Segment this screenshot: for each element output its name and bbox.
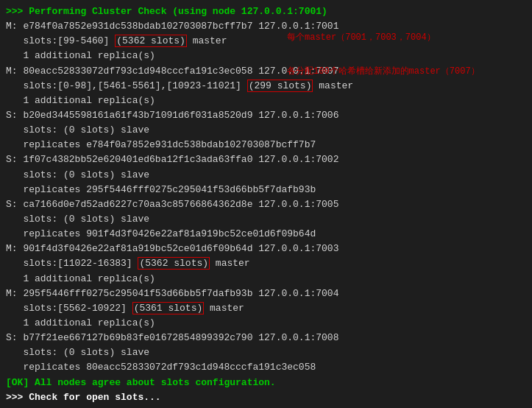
line-20: M: 295f5446fff0275c295041f53d66bb5f7dafb… xyxy=(6,286,526,301)
line-6-post: master xyxy=(313,80,353,91)
line-17: M: 901f4d3f0426e22af81a919bc52ce01d6f09b… xyxy=(6,242,526,256)
terminal: >>> Performing Cluster Check (using node… xyxy=(0,0,532,408)
line-header: >>> Performing Cluster Check (using node… xyxy=(6,4,526,19)
line-16: replicates 901f4d3f0426e22af81a919bc52ce… xyxy=(6,227,526,242)
line-prompt-2: >>> Check slots coverage... xyxy=(6,405,526,408)
line-2: M: e784f0a7852e931dc538bdab102703087bcff… xyxy=(6,19,526,34)
line-6: slots:[0-98],[5461-5561],[10923-11021] (… xyxy=(6,79,526,94)
annotation-1: 每个master（7001，7003，7004） xyxy=(287,31,436,43)
annotation-2: 各分配100个哈希槽给新添加的master（7007） xyxy=(287,65,480,77)
line-18: slots:[11022-16383] (5362 slots) master xyxy=(6,256,526,271)
line-15: slots: (0 slots) slave xyxy=(6,212,526,227)
line-21: slots:[5562-10922] (5361 slots) master xyxy=(6,301,526,316)
line-21-post: master xyxy=(204,303,244,314)
line-3-post: master xyxy=(187,35,227,46)
line-18-pre: slots:[11022-16383] xyxy=(6,258,138,269)
line-24: slots: (0 slots) slave xyxy=(6,345,526,360)
line-23: S: b77f21ee667127b69b83fe01672854899392c… xyxy=(6,331,526,345)
line-8: S: b20ed3445598161a61f43b71091d6f031a852… xyxy=(6,108,526,123)
line-7: 1 additional replica(s) xyxy=(6,94,526,108)
line-9: slots: (0 slots) slave xyxy=(6,123,526,138)
slots-highlight-2: (299 slots) xyxy=(247,80,313,92)
slots-highlight-4: (5361 slots) xyxy=(132,302,205,314)
line-11: S: 1f07c4382bb52e620401ed6ba12f1c3ada63f… xyxy=(6,152,526,167)
line-21-pre: slots:[5562-10922] xyxy=(6,303,132,314)
line-10: replicates e784f0a7852e931dc538bdab10270… xyxy=(6,138,526,152)
line-3: slots:[99-5460] (5362 slots) master xyxy=(6,34,526,49)
slots-highlight-1: (5362 slots) xyxy=(115,35,187,47)
line-19: 1 additional replica(s) xyxy=(6,272,526,286)
line-3-pre: slots:[99-5460] xyxy=(6,35,115,46)
line-14: S: ca7166d0e7d52ad6227c70aa3c85766864362… xyxy=(6,197,526,212)
line-12: slots: (0 slots) slave xyxy=(6,168,526,183)
line-6-pre: slots:[0-98],[5461-5561],[10923-11021] xyxy=(6,80,247,91)
line-ok-1: [OK] All nodes agree about slots configu… xyxy=(6,376,526,390)
line-prompt-1: >>> Check for open slots... xyxy=(6,390,526,405)
line-22: 1 additional replica(s) xyxy=(6,316,526,331)
line-13: replicates 295f5446fff0275c295041f53d66b… xyxy=(6,183,526,197)
line-25: replicates 80eacc52833072df793c1d948cccf… xyxy=(6,360,526,375)
line-4: 1 additional replica(s) xyxy=(6,49,526,63)
line-18-post: master xyxy=(210,258,250,269)
slots-highlight-3: (5362 slots) xyxy=(138,257,210,270)
